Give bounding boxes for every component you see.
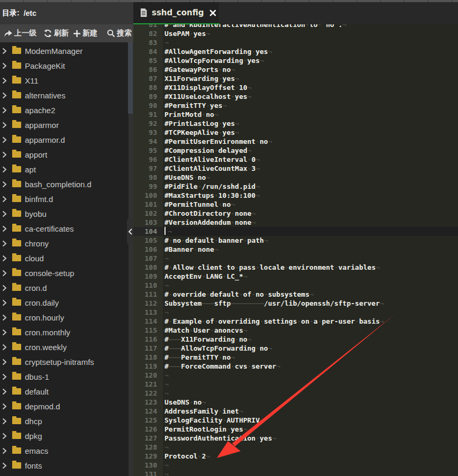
editor-line-96[interactable]: 96#ClientAliveInterval·0¬: [133, 155, 458, 164]
line-content: ¬: [164, 38, 169, 47]
editor-line-119[interactable]: 119#———ForceCommand·cvs·server¬: [133, 362, 458, 371]
folder-item-binfmt.d[interactable]: binfmt.d: [0, 191, 129, 206]
folder-item-byobu[interactable]: byobu: [0, 206, 129, 221]
editor-line-90[interactable]: 90#PermitTTY·yes¬: [133, 101, 458, 110]
folder-item-X11[interactable]: X11: [0, 73, 129, 88]
editor-line-118[interactable]: 118#———PermitTTY·no¬: [133, 353, 458, 362]
editor-line-110[interactable]: 110¬: [133, 281, 458, 290]
folder-item-cron.d[interactable]: cron.d: [0, 280, 129, 295]
folder-name: console-setup: [25, 269, 74, 278]
editor-line-109[interactable]: 109AcceptEnv·LANG·LC_*¬: [133, 272, 458, 281]
new-button[interactable]: 新建: [73, 24, 97, 42]
editor-line-114[interactable]: 114#·Example·of·overriding·settings·on·a…: [133, 317, 458, 326]
editor-line-97[interactable]: 97#ClientAliveCountMax·3¬: [133, 164, 458, 173]
editor-line-108[interactable]: 108#·Allow·client·to·pass·locale·environ…: [133, 263, 458, 272]
chevron-right-icon: [2, 210, 7, 217]
editor-line-87[interactable]: 87X11Forwarding·yes¬: [133, 74, 458, 83]
editor-line-123[interactable]: 123UseDNS·no¬: [133, 398, 458, 407]
up-button[interactable]: 上一级: [4, 24, 36, 42]
folder-icon: [12, 210, 21, 217]
folder-item-alternatives[interactable]: alternatives: [0, 88, 129, 103]
editor-line-127[interactable]: 127PasswordAuthentication·yes¬: [133, 434, 458, 443]
folder-item-apport[interactable]: apport: [0, 147, 129, 162]
folder-item-apt[interactable]: apt: [0, 162, 129, 177]
editor-line-86[interactable]: 86#GatewayPorts·no¬: [133, 65, 458, 74]
line-content: #PermitUserEnvironment·no¬: [164, 137, 272, 146]
editor-line-99[interactable]: 99#PidFile·/run/sshd.pid¬: [133, 182, 458, 191]
editor-line-82[interactable]: 82UsePAM·yes¬: [133, 29, 458, 38]
editor-line-115[interactable]: 115#Match·User·anoncvs¬: [133, 326, 458, 335]
editor-line-113[interactable]: 113¬: [133, 308, 458, 317]
editor-line-120[interactable]: 120¬: [133, 371, 458, 380]
editor-line-128[interactable]: 128¬: [133, 443, 458, 452]
editor-line-130[interactable]: 130¬: [133, 461, 458, 470]
editor-line-107[interactable]: 107¬: [133, 254, 458, 263]
editor-line-129[interactable]: 129Protocol·2¬: [133, 452, 458, 461]
folder-item-ca-certificates[interactable]: ca-certificates: [0, 221, 129, 236]
editor-line-102[interactable]: 102#ChrootDirectory·none¬: [133, 209, 458, 218]
folder-item-dhcp[interactable]: dhcp: [0, 414, 129, 428]
editor-line-126[interactable]: 126PermitRootLogin·yes¬: [133, 425, 458, 434]
sidebar-scrollbar-thumb[interactable]: [128, 42, 133, 114]
folder-item-depmod.d[interactable]: depmod.d: [0, 399, 129, 414]
line-number: 112: [133, 299, 163, 308]
folder-item-dpkg[interactable]: dpkg: [0, 428, 129, 443]
line-number: 107: [133, 254, 163, 263]
folder-item-dbus-1[interactable]: dbus-1: [0, 369, 129, 384]
editor-line-83[interactable]: 83¬: [133, 38, 458, 47]
folder-item-cloud[interactable]: cloud: [0, 251, 129, 266]
editor-line-106[interactable]: 106#Banner·none¬: [133, 245, 458, 254]
folder-item-emacs[interactable]: emacs: [0, 443, 129, 458]
folder-item-chrony[interactable]: chrony: [0, 236, 129, 251]
editor-line-88[interactable]: 88#X11DisplayOffset·10¬: [133, 83, 458, 92]
folder-item-apache2[interactable]: apache2: [0, 103, 129, 117]
editor-line-98[interactable]: 98#UseDNS·no¬: [133, 173, 458, 182]
folder-item-default[interactable]: default: [0, 384, 129, 399]
editor-line-101[interactable]: 101#PermitTunnel·no¬: [133, 200, 458, 209]
editor-line-131[interactable]: 131¬: [133, 470, 458, 476]
search-button[interactable]: 搜索: [107, 24, 132, 42]
line-number: 102: [133, 209, 163, 218]
folder-item-fonts[interactable]: fonts: [0, 458, 129, 473]
folder-item-apparmor[interactable]: apparmor: [0, 117, 129, 132]
folder-item-cron.hourly[interactable]: cron.hourly: [0, 310, 129, 325]
editor-line-125[interactable]: 125SyslogFacility·AUTHPRIV¬: [133, 416, 458, 425]
editor-line-100[interactable]: 100#MaxStartups·10:30:100¬: [133, 191, 458, 200]
folder-item-PackageKit[interactable]: PackageKit: [0, 58, 129, 73]
line-number: 82: [133, 29, 163, 38]
editor-line-81[interactable]: 81#·and·KbdInteractiveAuthentication·to·…: [133, 24, 458, 29]
refresh-button[interactable]: 刷新: [43, 24, 69, 42]
code-editor[interactable]: 81#·and·KbdInteractiveAuthentication·to·…: [133, 24, 458, 476]
folder-item-console-setup[interactable]: console-setup: [0, 266, 129, 280]
folder-item-cron.daily[interactable]: cron.daily: [0, 295, 129, 310]
chevron-right-icon: [2, 359, 7, 365]
editor-line-104[interactable]: 104¬: [133, 227, 458, 236]
editor-line-112[interactable]: 112Subsystem———sftp————————/usr/lib/open…: [133, 299, 458, 308]
editor-line-94[interactable]: 94#PermitUserEnvironment·no¬: [133, 137, 458, 146]
editor-line-84[interactable]: 84#AllowAgentForwarding·yes¬: [133, 47, 458, 56]
editor-line-122[interactable]: 122¬: [133, 389, 458, 398]
editor-line-103[interactable]: 103#VersionAddendum·none¬: [133, 218, 458, 227]
editor-line-124[interactable]: 124AddressFamily·inet¬: [133, 407, 458, 416]
editor-line-92[interactable]: 92#PrintLastLog·yes¬: [133, 119, 458, 128]
folder-item-cron.weekly[interactable]: cron.weekly: [0, 340, 129, 354]
editor-line-93[interactable]: 93#TCPKeepAlive·yes¬: [133, 128, 458, 137]
folder-item-cron.monthly[interactable]: cron.monthly: [0, 325, 129, 340]
folder-item-ModemManager[interactable]: ModemManager: [0, 43, 129, 58]
editor-line-121[interactable]: 121¬: [133, 380, 458, 389]
tab-close-icon[interactable]: [209, 10, 216, 16]
editor-line-85[interactable]: 85#AllowTcpForwarding·yes¬: [133, 56, 458, 65]
editor-line-95[interactable]: 95#Compression·delayed¬: [133, 146, 458, 155]
editor-line-89[interactable]: 89#X11UseLocalhost·yes¬: [133, 92, 458, 101]
editor-line-91[interactable]: 91PrintMotd·no¬: [133, 110, 458, 119]
line-number: 103: [133, 218, 163, 227]
editor-line-117[interactable]: 117#———AllowTcpForwarding·no¬: [133, 344, 458, 353]
folder-item-cryptsetup-initramfs[interactable]: cryptsetup-initramfs: [0, 354, 129, 369]
editor-line-105[interactable]: 105#·no·default·banner·path¬: [133, 236, 458, 245]
line-number: 86: [133, 65, 163, 74]
editor-line-116[interactable]: 116#———X11Forwarding·no¬: [133, 335, 458, 344]
editor-line-111[interactable]: 111#·override·default·of·no·subsystems¬: [133, 290, 458, 299]
tab-sshd-config[interactable]: sshd_config: [133, 2, 219, 23]
folder-item-bash_completion.d[interactable]: bash_completion.d: [0, 177, 129, 191]
folder-item-apparmor.d[interactable]: apparmor.d: [0, 132, 129, 147]
